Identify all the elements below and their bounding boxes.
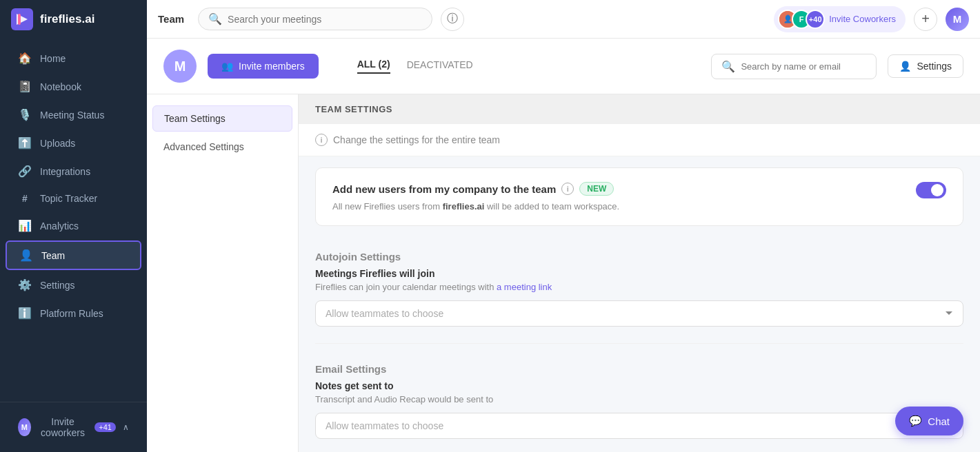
sidebar: fireflies.ai 🏠 Home 📓 Notebook 🎙️ Meetin…: [0, 0, 147, 452]
tab-all[interactable]: ALL (2): [357, 59, 390, 74]
settings-section-header: TEAM SETTINGS: [299, 94, 980, 124]
info-button[interactable]: ⓘ: [441, 8, 464, 31]
settings-btn-label: Settings: [917, 61, 952, 72]
add-users-card-title: Add new users from my company to the tea…: [332, 182, 619, 196]
panels: Team Settings Advanced Settings TEAM SET…: [147, 94, 980, 452]
uploads-icon: ⬆️: [18, 136, 32, 150]
invite-coworkers-topbar[interactable]: 👤 F +40 Invite Coworkers: [774, 6, 906, 32]
sidebar-item-platform-rules[interactable]: ℹ️ Platform Rules: [6, 300, 141, 327]
integrations-icon: 🔗: [18, 165, 32, 178]
search-bar[interactable]: 🔍: [198, 8, 432, 30]
autojoin-dropdown[interactable]: Allow teammates to choose All meetings M…: [315, 300, 963, 327]
add-users-card-content: Add new users from my company to the tea…: [332, 182, 619, 212]
sidebar-item-label: Topic Tracker: [40, 193, 97, 204]
panel-nav-team-settings[interactable]: Team Settings: [152, 105, 292, 132]
analytics-icon: 📊: [18, 219, 32, 232]
autojoin-meeting-link[interactable]: a meeting link: [497, 282, 552, 292]
content-area: M 👥 Invite members ALL (2) DEACTIVATED 🔍…: [147, 39, 980, 452]
sidebar-item-label: Uploads: [40, 138, 75, 149]
team-icon: 👤: [19, 249, 33, 262]
settings-info-row: i Change the settings for the entire tea…: [299, 124, 980, 156]
topic-tracker-icon: #: [18, 193, 32, 204]
sidebar-item-integrations[interactable]: 🔗 Integrations: [6, 158, 141, 185]
platform-rules-icon: ℹ️: [18, 307, 32, 320]
sidebar-bottom: M Invite coworkers +41 ∧: [0, 402, 147, 452]
logo-text: fireflies.ai: [40, 12, 94, 26]
sidebar-item-label: Team: [41, 250, 65, 261]
add-users-info-icon: i: [561, 183, 574, 195]
email-notes-desc: Transcript and Audio Recap would be sent…: [299, 394, 980, 413]
topbar: Team 🔍 ⓘ 👤 F +40 Invite Coworkers + M: [147, 0, 980, 39]
invite-members-icon: 👥: [221, 61, 233, 72]
add-users-card-row: Add new users from my company to the tea…: [332, 182, 946, 212]
settings-button[interactable]: 👤 Settings: [888, 54, 963, 78]
logo-icon: [11, 8, 33, 30]
autojoin-dropdown-row: Allow teammates to choose All meetings M…: [299, 300, 980, 338]
autojoin-meetings-desc: Fireflies can join your calendar meeting…: [299, 282, 980, 300]
search-by-name-icon: 🔍: [721, 60, 735, 73]
team-user-avatar: M: [163, 50, 197, 83]
notebook-icon: 📓: [18, 80, 32, 93]
right-panel: TEAM SETTINGS i Change the settings for …: [299, 94, 980, 452]
autojoin-section-title: Autojoin Settings: [299, 237, 980, 268]
topbar-title: Team: [158, 13, 184, 25]
sidebar-item-notebook[interactable]: 📓 Notebook: [6, 73, 141, 100]
sidebar-navigation: 🏠 Home 📓 Notebook 🎙️ Meeting Status ⬆️ U…: [0, 39, 147, 402]
add-users-card: Add new users from my company to the tea…: [315, 167, 963, 226]
invite-members-label: Invite members: [239, 61, 305, 72]
avatar-stack: 👤 F +40: [778, 10, 825, 29]
info-icon: ⓘ: [447, 12, 458, 26]
search-input[interactable]: [228, 14, 422, 25]
settings-icon: ⚙️: [18, 278, 32, 291]
autojoin-meetings-title: Meetings Fireflies will join: [299, 268, 980, 282]
add-users-title-text: Add new users from my company to the tea…: [332, 183, 556, 195]
sidebar-item-team[interactable]: 👤 Team: [6, 240, 141, 270]
sidebar-item-topic-tracker[interactable]: # Topic Tracker: [6, 186, 141, 211]
invite-coworkers-topbar-label: Invite Coworkers: [829, 14, 896, 24]
sidebar-item-label: Integrations: [40, 166, 90, 177]
left-panel: Team Settings Advanced Settings: [147, 94, 299, 452]
settings-info-text: Change the settings for the entire team: [333, 134, 500, 145]
search-by-name-input[interactable]: [741, 61, 866, 72]
invite-members-button[interactable]: 👥 Invite members: [208, 54, 319, 79]
meeting-status-icon: 🎙️: [18, 108, 32, 121]
email-notes-title: Notes get sent to: [299, 380, 980, 394]
invite-coworkers-sidebar-button[interactable]: M Invite coworkers +41 ∧: [6, 409, 141, 445]
panel-nav-advanced-settings[interactable]: Advanced Settings: [152, 134, 292, 159]
invite-coworkers-badge: +41: [94, 422, 116, 432]
sidebar-item-settings[interactable]: ⚙️ Settings: [6, 271, 141, 298]
sidebar-item-label: Settings: [40, 280, 75, 291]
info-circle-icon: i: [315, 134, 328, 146]
chat-label: Chat: [928, 415, 950, 427]
team-header: M 👥 Invite members ALL (2) DEACTIVATED 🔍…: [147, 39, 980, 94]
email-dropdown-row: Allow teammates to choose All participan…: [299, 413, 980, 450]
divider: [315, 343, 963, 344]
sidebar-item-label: Notebook: [40, 81, 81, 92]
search-icon: 🔍: [208, 12, 222, 25]
svg-rect-2: [18, 14, 21, 25]
sidebar-item-label: Platform Rules: [40, 308, 103, 319]
search-by-name[interactable]: 🔍: [711, 54, 877, 79]
tab-deactivated[interactable]: DEACTIVATED: [407, 59, 473, 73]
svg-text:👤: 👤: [783, 14, 792, 23]
sidebar-item-label: Meeting Status: [40, 110, 104, 121]
sidebar-item-analytics[interactable]: 📊 Analytics: [6, 212, 141, 239]
sidebar-item-label: Analytics: [40, 220, 79, 232]
sidebar-item-home[interactable]: 🏠 Home: [6, 45, 141, 72]
header-tabs: ALL (2) DEACTIVATED: [357, 59, 473, 74]
chat-button[interactable]: 💬 Chat: [895, 407, 963, 435]
sidebar-user-avatar: M: [18, 418, 31, 436]
email-dropdown[interactable]: Allow teammates to choose All participan…: [315, 413, 963, 439]
settings-btn-icon: 👤: [899, 61, 911, 72]
sidebar-item-meeting-status[interactable]: 🎙️ Meeting Status: [6, 101, 141, 128]
chat-icon: 💬: [909, 415, 922, 427]
new-badge: NEW: [579, 182, 614, 196]
add-button[interactable]: +: [914, 8, 937, 31]
sidebar-item-label: Home: [40, 53, 66, 64]
home-icon: 🏠: [18, 52, 32, 65]
add-users-toggle[interactable]: [916, 182, 946, 198]
logo-area[interactable]: fireflies.ai: [0, 0, 147, 39]
sidebar-item-uploads[interactable]: ⬆️ Uploads: [6, 130, 141, 156]
user-avatar[interactable]: M: [946, 8, 969, 31]
invite-coworkers-label: Invite coworkers: [38, 416, 88, 438]
